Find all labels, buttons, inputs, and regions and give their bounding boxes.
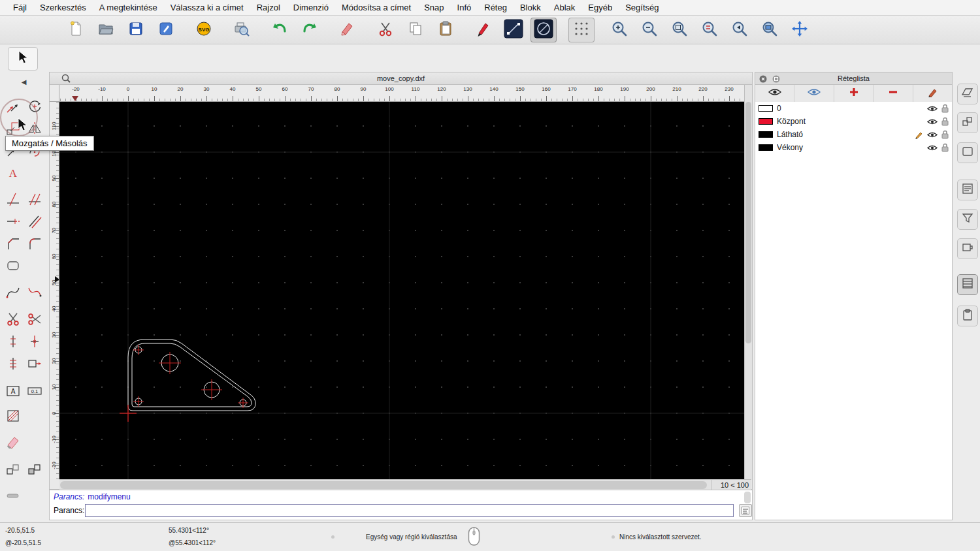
tool-round[interactable]	[2, 256, 24, 278]
remove-layer-button[interactable]	[874, 85, 913, 102]
tool-attributes[interactable]: A	[2, 163, 24, 185]
layer-row-0[interactable]: 0	[755, 102, 952, 115]
zoom-pan-button[interactable]	[787, 18, 813, 42]
menu-info[interactable]: Infó	[451, 3, 478, 12]
tool-fillet[interactable]	[24, 234, 45, 256]
absolute-coordinates: -20.5,51.5	[5, 527, 35, 534]
layer-row-1[interactable]: Központ	[755, 115, 952, 128]
vertical-scrollbar[interactable]	[744, 85, 752, 479]
menu-file[interactable]: Fájl	[7, 3, 33, 12]
print-preview-button[interactable]	[229, 18, 255, 42]
menu-edit[interactable]: Szerkesztés	[33, 3, 93, 12]
tool-divide-b[interactable]	[24, 332, 45, 354]
zoom-redraw-button[interactable]	[696, 18, 723, 42]
toggle-unused-layers-visibility-button[interactable]	[794, 85, 834, 102]
selection-tool-button[interactable]	[8, 47, 38, 71]
tool-delete[interactable]	[2, 432, 24, 454]
redo-button[interactable]	[297, 18, 323, 42]
palette-collapse-arrow[interactable]: ◀	[0, 78, 48, 86]
zoom-out-button[interactable]	[636, 18, 662, 42]
tool-text-edit[interactable]: A	[2, 381, 24, 403]
circle-tool-button[interactable]	[531, 18, 557, 42]
zoom-in-button[interactable]	[606, 18, 632, 42]
tool-cut-b[interactable]	[24, 309, 45, 332]
tool-rotate[interactable]	[24, 97, 45, 119]
layer-visibility-icon[interactable]	[927, 118, 938, 125]
undo-button[interactable]	[267, 18, 293, 42]
layer-lock-icon[interactable]	[941, 117, 949, 126]
zoom-auto-button[interactable]	[666, 18, 693, 42]
dock-tag-panel[interactable]	[957, 238, 978, 259]
command-history-scrollbar[interactable]	[744, 492, 751, 503]
layer-row-2[interactable]: Látható	[755, 128, 952, 141]
delete-selected-button[interactable]	[335, 18, 361, 42]
menu-help[interactable]: Segítség	[619, 3, 665, 12]
horizontal-scrollbar-thumb[interactable]	[60, 481, 707, 489]
vertical-scrollbar-thumb[interactable]	[745, 102, 751, 343]
tool-move-copy[interactable]	[2, 97, 24, 119]
dock-layer-panel[interactable]	[957, 274, 978, 295]
layer-visibility-icon[interactable]	[927, 131, 938, 138]
tool-block-b[interactable]	[24, 460, 45, 482]
toggle-all-layers-visibility-button[interactable]	[755, 85, 794, 102]
dock-block-panel[interactable]	[957, 112, 978, 133]
menu-draw[interactable]: Rajzol	[250, 3, 287, 12]
dock-clipboard-panel[interactable]	[957, 306, 978, 326]
tool-stretch[interactable]	[24, 354, 45, 376]
tool-trim[interactable]	[2, 189, 24, 212]
command-options-button[interactable]	[739, 504, 752, 517]
dock-list-panel[interactable]	[957, 180, 978, 200]
tool-divide-a[interactable]	[2, 332, 24, 354]
zoom-window-button[interactable]	[757, 18, 783, 42]
layer-lock-icon[interactable]	[941, 104, 949, 113]
menu-dimension[interactable]: Dimenzió	[287, 3, 335, 12]
save-button[interactable]	[123, 18, 149, 42]
layer-lock-icon[interactable]	[941, 143, 949, 152]
paste-button[interactable]	[433, 18, 459, 42]
layer-visibility-icon[interactable]	[927, 144, 938, 151]
tool-resize-handle[interactable]	[2, 486, 24, 508]
open-file-button[interactable]	[93, 18, 119, 42]
tool-offset[interactable]	[24, 212, 45, 234]
tool-polyline-b[interactable]	[24, 282, 45, 304]
svg-export-button[interactable]: SVG	[191, 18, 217, 42]
tool-hatch[interactable]	[2, 406, 24, 428]
menu-extras[interactable]: Egyéb	[581, 3, 619, 12]
add-layer-button[interactable]	[834, 85, 874, 102]
dock-view-panel[interactable]	[957, 84, 978, 104]
tool-measure[interactable]: 0.1	[24, 381, 45, 403]
grid-toggle-button[interactable]	[568, 18, 595, 42]
zoom-previous-button[interactable]	[727, 18, 753, 42]
draw-pen-button[interactable]	[470, 18, 497, 42]
edit-drawing-button[interactable]	[153, 18, 179, 42]
dock-filter-panel[interactable]	[957, 209, 978, 230]
menu-modify[interactable]: Módosítsa a címet	[335, 3, 417, 12]
menu-snap[interactable]: Snap	[417, 3, 450, 12]
tool-cut-a[interactable]	[2, 309, 24, 332]
menu-view[interactable]: A megtekintése	[93, 3, 164, 12]
tool-trim-two[interactable]	[24, 189, 45, 212]
drawing-canvas[interactable]	[59, 102, 745, 479]
layer-visibility-icon[interactable]	[927, 105, 938, 112]
tool-block-a[interactable]	[2, 460, 24, 482]
tool-bevel[interactable]	[2, 234, 24, 256]
command-input[interactable]	[85, 504, 734, 517]
menu-select[interactable]: Válassza ki a címet	[164, 3, 250, 12]
edit-layer-button[interactable]	[913, 85, 952, 102]
panel-close-button[interactable]	[759, 74, 767, 82]
new-file-button[interactable]	[63, 18, 89, 42]
menu-block[interactable]: Blokk	[514, 3, 547, 12]
menu-layer[interactable]: Réteg	[478, 3, 514, 12]
horizontal-scrollbar[interactable]	[59, 479, 745, 490]
tool-divide-c[interactable]	[2, 354, 24, 376]
menu-window[interactable]: Ablak	[547, 3, 582, 12]
panel-float-button[interactable]	[772, 74, 780, 82]
cut-button[interactable]	[372, 18, 399, 42]
tool-lengthen[interactable]	[2, 212, 24, 234]
copy-button[interactable]	[402, 18, 429, 42]
line-tool-button[interactable]	[500, 18, 527, 42]
layer-lock-icon[interactable]	[941, 130, 949, 139]
tool-polyline-a[interactable]	[2, 282, 24, 304]
layer-row-3[interactable]: Vékony	[755, 141, 952, 154]
dock-entity-panel[interactable]	[957, 142, 978, 163]
